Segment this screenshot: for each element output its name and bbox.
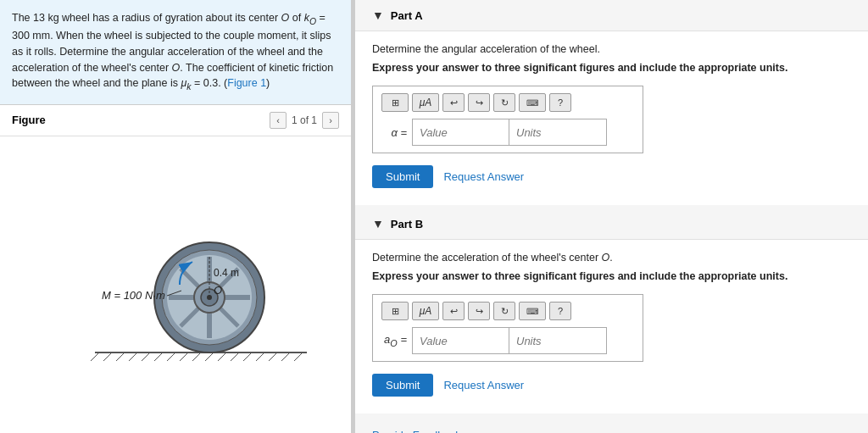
part-b-input-row: aO = (381, 327, 634, 354)
part-a-refresh-btn[interactable]: ↻ (493, 93, 515, 112)
figure-title: Figure (12, 114, 46, 126)
wheel-illustration: O 0.4 m M = 100 N·m (44, 196, 307, 374)
svg-line-14 (256, 353, 264, 361)
part-b-input-label: aO = (381, 333, 407, 348)
part-b-section: ▼ Part B Determine the acceleration of t… (355, 208, 868, 414)
refresh-icon: ↻ (501, 97, 509, 108)
keyboard-b-icon: ⌨ (526, 307, 538, 316)
part-a-help-btn[interactable]: ? (549, 93, 571, 112)
svg-line-17 (294, 353, 303, 361)
part-b-body: Determine the acceleration of the wheel'… (355, 240, 868, 414)
part-b-undo-btn[interactable]: ↩ (442, 302, 465, 320)
svg-text:O: O (214, 284, 222, 297)
svg-line-2 (103, 353, 112, 361)
refresh-b-icon: ↻ (501, 306, 509, 317)
part-a-mu-btn[interactable]: μA (412, 93, 439, 112)
svg-line-4 (129, 353, 137, 361)
part-b-keyboard-btn[interactable]: ⌨ (519, 302, 546, 320)
part-b-header: ▼ Part B (355, 208, 868, 240)
mu-b-icon: μA (420, 305, 432, 317)
part-b-value-input[interactable] (412, 327, 509, 354)
figure-header: Figure ‹ 1 of 1 › (0, 105, 351, 136)
part-b-instruction: Express your answer to three significant… (372, 270, 851, 282)
grid-icon-b: ⊞ (392, 306, 399, 317)
problem-text: The 13 kg wheel has a radius of gyration… (0, 0, 351, 105)
part-a-redo-btn[interactable]: ↪ (468, 93, 490, 112)
redo-icon: ↪ (476, 97, 483, 108)
provide-feedback-link[interactable]: Provide Feedback (355, 417, 868, 433)
svg-line-1 (91, 353, 99, 361)
part-b-title: Part B (391, 218, 423, 230)
part-b-grid-btn[interactable]: ⊞ (381, 302, 409, 320)
part-a-answer-box: ⊞ μA ↩ ↪ ↻ ⌨ (372, 86, 643, 153)
part-a-submit-row: Submit Request Answer (372, 165, 851, 188)
svg-line-8 (180, 353, 188, 361)
part-b-refresh-btn[interactable]: ↻ (493, 302, 515, 320)
part-a-submit-button[interactable]: Submit (372, 165, 433, 188)
svg-line-13 (243, 353, 252, 361)
figure-prev-button[interactable]: ‹ (270, 112, 287, 129)
svg-line-9 (192, 353, 201, 361)
redo-b-icon: ↪ (476, 306, 483, 317)
svg-line-6 (154, 353, 163, 361)
part-b-toggle[interactable]: ▼ (372, 217, 384, 230)
undo-b-icon: ↩ (450, 306, 458, 317)
part-b-description: Determine the acceleration of the wheel'… (372, 252, 851, 264)
svg-line-15 (269, 353, 277, 361)
svg-line-3 (116, 353, 125, 361)
figure-next-button[interactable]: › (322, 112, 339, 129)
svg-line-5 (142, 353, 150, 361)
undo-icon: ↩ (450, 97, 458, 108)
part-b-request-answer-link[interactable]: Request Answer (443, 379, 524, 391)
part-b-redo-btn[interactable]: ↪ (468, 302, 490, 320)
help-b-icon: ? (558, 306, 563, 316)
right-panel: ▼ Part A Determine the angular accelerat… (355, 0, 868, 433)
svg-text:0.4 m: 0.4 m (214, 267, 239, 279)
part-a-request-answer-link[interactable]: Request Answer (443, 170, 524, 183)
part-a-section: ▼ Part A Determine the angular accelerat… (355, 0, 868, 205)
left-panel: The 13 kg wheel has a radius of gyration… (0, 0, 352, 433)
mu-a-icon: μA (420, 97, 432, 108)
svg-line-16 (281, 353, 290, 361)
grid-icon: ⊞ (392, 97, 399, 108)
part-a-toolbar: ⊞ μA ↩ ↪ ↻ ⌨ (381, 93, 634, 112)
part-a-title: Part A (391, 9, 423, 22)
svg-line-12 (231, 353, 239, 361)
part-b-toolbar: ⊞ μA ↩ ↪ ↻ ⌨ (381, 302, 634, 320)
part-a-units-input[interactable] (509, 119, 607, 146)
part-a-body: Determine the angular acceleration of th… (355, 31, 868, 205)
part-a-input-row: α = (381, 119, 634, 146)
part-b-help-btn[interactable]: ? (549, 302, 571, 320)
part-b-answer-box: ⊞ μA ↩ ↪ ↻ ⌨ (372, 294, 643, 362)
part-a-instruction: Express your answer to three significant… (372, 62, 851, 74)
figure-nav-label: 1 of 1 (292, 114, 317, 126)
help-icon: ? (558, 97, 563, 108)
figure-nav: ‹ 1 of 1 › (270, 112, 339, 129)
part-a-toggle[interactable]: ▼ (372, 8, 384, 22)
part-b-submit-button[interactable]: Submit (372, 374, 433, 397)
svg-line-10 (205, 353, 214, 361)
part-a-undo-btn[interactable]: ↩ (442, 93, 465, 112)
part-a-header: ▼ Part A (355, 0, 868, 31)
keyboard-icon: ⌨ (526, 98, 538, 108)
figure-link[interactable]: Figure 1 (227, 77, 266, 89)
svg-line-11 (218, 353, 226, 361)
part-a-value-input[interactable] (412, 119, 509, 146)
part-b-units-input[interactable] (509, 327, 607, 354)
figure-content: O 0.4 m M = 100 N·m (0, 136, 351, 434)
part-a-input-label: α = (381, 126, 407, 139)
part-a-keyboard-btn[interactable]: ⌨ (519, 93, 546, 112)
svg-line-7 (167, 353, 175, 361)
part-b-submit-row: Submit Request Answer (372, 374, 851, 397)
part-a-grid-btn[interactable]: ⊞ (381, 93, 409, 112)
part-a-description: Determine the angular acceleration of th… (372, 43, 851, 55)
part-b-mu-btn[interactable]: μA (412, 302, 439, 320)
figure-section: Figure ‹ 1 of 1 › (0, 105, 351, 434)
svg-text:M = 100 N·m: M = 100 N·m (102, 289, 165, 302)
